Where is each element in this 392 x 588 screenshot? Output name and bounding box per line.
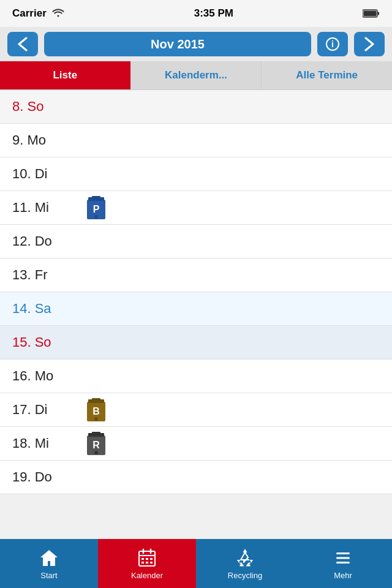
svg-point-9 [94,215,98,219]
svg-rect-28 [146,562,148,564]
svg-point-14 [94,417,98,421]
tab-mehr[interactable]: Mehr [294,539,392,588]
month-title-label: Nov 2015 [151,37,205,51]
svg-rect-17 [92,432,100,434]
svg-rect-12 [92,398,100,401]
recycle-icon [234,548,256,568]
list-item[interactable]: 8. So [0,90,392,124]
battery-icon [363,9,380,18]
svg-rect-31 [336,557,350,559]
day-label: 13. Fr [12,267,80,283]
list-item[interactable]: 18. Mi R [0,427,392,461]
tab-recycling[interactable]: Recycling [196,539,294,588]
status-bar: Carrier 3:35 PM [0,0,392,27]
svg-rect-27 [141,562,144,564]
carrier-label: Carrier [12,7,47,20]
tab-kalender[interactable]: Kalender [98,539,196,588]
svg-point-19 [94,451,98,454]
tab-recycling-label: Recycling [228,571,262,580]
svg-text:P: P [93,204,100,214]
day-label: 17. Di [12,402,80,418]
day-label: 12. Do [12,233,80,249]
tab-kalender-label: Kalender [131,571,163,580]
list-item[interactable]: 9. Mo [0,124,392,157]
svg-rect-32 [336,562,350,564]
next-button[interactable] [354,32,385,56]
day-label: 15. So [12,334,80,350]
day-label: 10. Di [12,166,80,182]
bin-r-icon: R [85,431,108,456]
list-item[interactable]: 17. Di B [0,393,392,427]
day-label: 19. Do [12,469,80,485]
svg-text:B: B [92,406,100,417]
list-item[interactable]: 13. Fr [0,258,392,292]
tab-liste[interactable]: Liste [0,61,131,89]
bottom-tab-bar: Start Kalender Recycling [0,539,392,588]
svg-text:i: i [331,39,334,49]
list-item[interactable]: 16. Mo [0,360,392,393]
day-label: 18. Mi [12,435,80,451]
svg-rect-29 [150,562,153,564]
list-item[interactable]: 10. Di [0,157,392,191]
tab-mehr-label: Mehr [334,571,352,580]
wifi-icon [51,7,65,20]
tab-kalender-monat[interactable]: Kalenderm... [131,61,262,89]
info-button[interactable]: i [317,32,348,56]
tab-start-label: Start [40,571,57,580]
prev-button[interactable] [7,32,38,56]
more-icon [333,548,353,568]
list-item[interactable]: 11. Mi P [0,191,392,225]
svg-rect-30 [336,552,350,554]
list-item[interactable]: 15. So [0,326,392,360]
status-time: 3:35 PM [194,7,233,20]
svg-rect-7 [92,196,100,198]
day-label: 9. Mo [12,132,80,148]
svg-rect-25 [146,558,148,560]
day-label: 14. Sa [12,301,80,317]
home-icon [39,548,59,568]
svg-text:R: R [92,440,100,450]
bin-b-icon: B [85,397,108,423]
list-item[interactable]: 12. Do [0,225,392,258]
day-label: 11. Mi [12,200,80,216]
nav-bar: Nov 2015 i [0,27,392,61]
svg-rect-2 [377,12,379,15]
svg-rect-1 [363,11,376,17]
parking-bin-icon: P [85,195,108,221]
segment-bar: Liste Kalenderm... Alle Termine [0,61,392,90]
day-label: 16. Mo [12,368,80,384]
calendar-icon [137,548,157,568]
svg-rect-24 [141,558,144,560]
month-title-button[interactable]: Nov 2015 [44,32,311,56]
day-label: 8. So [12,99,80,115]
list-item[interactable]: 14. Sa [0,292,392,326]
svg-rect-26 [150,558,153,560]
calendar-list: 8. So9. Mo10. Di11. Mi P 12. Do13. Fr14.… [0,90,392,494]
tab-alle-termine[interactable]: Alle Termine [262,61,392,89]
status-left: Carrier [12,7,65,20]
tab-start[interactable]: Start [0,539,98,588]
list-item[interactable]: 19. Do [0,461,392,494]
status-right [363,9,380,18]
